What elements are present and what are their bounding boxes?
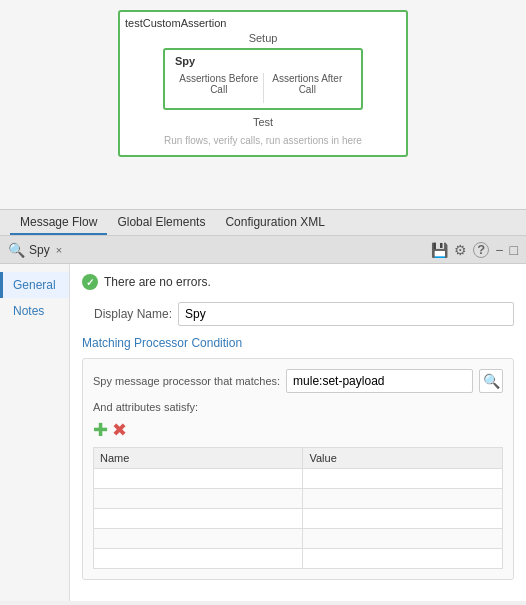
panel-body: General Notes ✓ There are no errors. Dis… (0, 264, 526, 601)
spy-message-row: Spy message processor that matches: 🔍 (93, 369, 503, 393)
main-content: ✓ There are no errors. Display Name: Mat… (70, 264, 526, 601)
table-cell-value (303, 469, 503, 489)
setup-label: Setup (125, 32, 401, 44)
spy-message-label: Spy message processor that matches: (93, 375, 280, 387)
success-icon: ✓ (82, 274, 98, 290)
tab-configuration-xml[interactable]: Configuration XML (215, 211, 334, 235)
attributes-label: And attributes satisfy: (93, 401, 503, 413)
matching-section: Spy message processor that matches: 🔍 An… (82, 358, 514, 580)
help-icon[interactable]: ? (473, 242, 489, 258)
panel-header-icons: 💾 ⚙ ? − □ (431, 242, 518, 258)
attributes-table: Name Value (93, 447, 503, 569)
table-cell-value (303, 549, 503, 569)
sidebar-item-general[interactable]: General (0, 272, 69, 298)
action-icons: ✚ ✖ (93, 419, 503, 441)
matching-section-title: Matching Processor Condition (82, 336, 514, 350)
table-cell-name (94, 549, 303, 569)
panel-close-button[interactable]: × (54, 244, 64, 256)
canvas-area: testCustomAssertion Setup Spy Assertions… (0, 0, 526, 210)
remove-attribute-button[interactable]: ✖ (112, 419, 127, 441)
tab-global-elements[interactable]: Global Elements (107, 211, 215, 235)
table-cell-name (94, 529, 303, 549)
test-label: Test (125, 116, 401, 128)
spy-box: Spy Assertions Before Call Assertions Af… (163, 48, 363, 110)
maximize-icon[interactable]: □ (510, 242, 518, 258)
run-flows-text: Run flows, verify calls, run assertions … (125, 131, 401, 150)
table-cell-name (94, 469, 303, 489)
col-name-header: Name (94, 448, 303, 469)
assertions-after-label: Assertions After Call (264, 71, 352, 97)
minimize-icon[interactable]: − (495, 242, 503, 258)
table-cell-value (303, 529, 503, 549)
col-value-header: Value (303, 448, 503, 469)
add-attribute-button[interactable]: ✚ (93, 419, 108, 441)
panel-header: 🔍 Spy × 💾 ⚙ ? − □ (0, 236, 526, 264)
table-row (94, 469, 503, 489)
full-panel: 🔍 Spy × 💾 ⚙ ? − □ General Notes (0, 236, 526, 601)
spy-icon: 🔍 (8, 242, 25, 258)
tca-title: testCustomAssertion (125, 17, 401, 32)
save-icon[interactable]: 💾 (431, 242, 448, 258)
table-row (94, 489, 503, 509)
table-row (94, 509, 503, 529)
display-name-input[interactable] (178, 302, 514, 326)
error-status: ✓ There are no errors. (82, 274, 514, 290)
settings-icon[interactable]: ⚙ (454, 242, 467, 258)
test-custom-assertion-box: testCustomAssertion Setup Spy Assertions… (118, 10, 408, 157)
table-cell-value (303, 509, 503, 529)
panel-header-left: 🔍 Spy × (8, 242, 64, 258)
assertions-before-label: Assertions Before Call (175, 71, 263, 97)
display-name-row: Display Name: (82, 302, 514, 326)
assertions-row: Assertions Before Call Assertions After … (175, 71, 351, 103)
sidebar-item-notes[interactable]: Notes (0, 298, 69, 324)
table-cell-value (303, 489, 503, 509)
no-errors-text: There are no errors. (104, 275, 211, 289)
bottom-panel: 🔍 Spy × 💾 ⚙ ? − □ General Notes (0, 236, 526, 601)
search-button[interactable]: 🔍 (479, 369, 503, 393)
table-row (94, 529, 503, 549)
spy-title: Spy (175, 55, 351, 67)
tab-bar: Message Flow Global Elements Configurati… (0, 210, 526, 236)
table-row (94, 549, 503, 569)
display-name-label: Display Name: (82, 307, 172, 321)
table-cell-name (94, 509, 303, 529)
left-sidebar: General Notes (0, 264, 70, 601)
panel-title-text: Spy (29, 243, 50, 257)
spy-message-input[interactable] (286, 369, 473, 393)
tab-message-flow[interactable]: Message Flow (10, 211, 107, 235)
table-cell-name (94, 489, 303, 509)
